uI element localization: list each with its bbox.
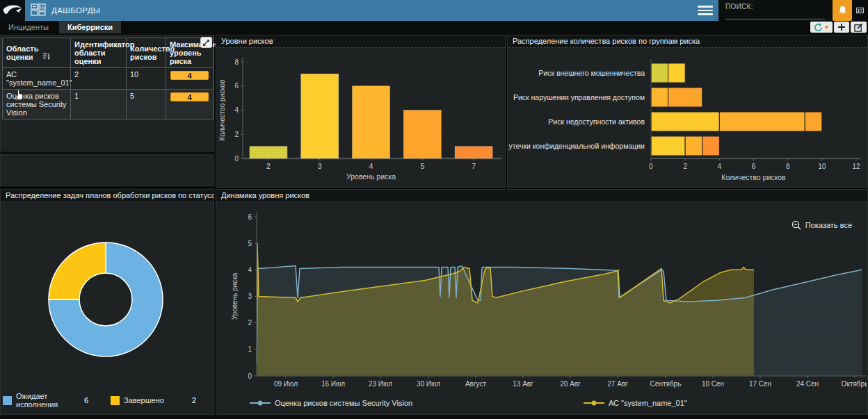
- table-row[interactable]: Оценка рисков системы Security Vision 1 …: [3, 90, 214, 120]
- stack-segment[interactable]: [719, 112, 805, 131]
- svg-text:30 Июл: 30 Июл: [417, 380, 440, 388]
- refresh-button[interactable]: [810, 22, 833, 33]
- task-status-svg: [1, 202, 214, 390]
- series-area: [257, 243, 754, 376]
- edit-dashboard-button[interactable]: [851, 22, 867, 33]
- panel-title: Распределение количества рисков по групп…: [508, 35, 867, 48]
- legend-item-system-name-01[interactable]: АС "system_name_01": [584, 399, 687, 407]
- page-title: ДАШБОРДЫ: [51, 6, 100, 15]
- add-widget-button[interactable]: [834, 22, 849, 33]
- show-all-button[interactable]: Показать все: [791, 220, 852, 230]
- stack-segment[interactable]: [651, 136, 685, 156]
- svg-text:3: 3: [318, 162, 322, 170]
- menu-button[interactable]: [698, 4, 713, 17]
- svg-text:5: 5: [248, 240, 252, 247]
- svg-text:Риск утечки конфиденциальной и: Риск утечки конфиденциальной информации: [508, 142, 645, 150]
- sort-icon[interactable]: [43, 53, 50, 62]
- risk-levels-chart: 02468Количество рисков23457Уровень риска: [216, 48, 505, 187]
- svg-text:8: 8: [786, 163, 790, 170]
- risk-groups-svg: 024681012Риск внешнего мошенничестваРиск…: [508, 48, 867, 187]
- legend-value: 2: [192, 396, 196, 404]
- table-row[interactable]: АС "system_name_01" 2 10 4: [3, 68, 214, 90]
- col-header-area-id[interactable]: Идентификатор области оценки: [71, 38, 127, 68]
- dashboards-icon: [31, 3, 46, 17]
- svg-text:09 Июл: 09 Июл: [274, 380, 298, 388]
- svg-text:2: 2: [248, 319, 252, 327]
- line-chart: 012345609 Июл16 Июл23 Июл30 ИюлАвгуст13 …: [216, 202, 867, 398]
- risk-groups-panel: Распределение количества рисков по групп…: [507, 35, 868, 188]
- max-level-badge: 4: [170, 92, 209, 101]
- col-header-area[interactable]: Область оценки: [3, 38, 71, 68]
- risk-groups-chart: 024681012Риск внешнего мошенничестваРиск…: [508, 48, 867, 187]
- table-header-row: Область оценки Идентификатор области оце…: [3, 38, 214, 68]
- svg-text:6: 6: [234, 82, 239, 90]
- legend-marker: [584, 400, 604, 406]
- bar-level-7[interactable]: [455, 147, 492, 158]
- stack-segment[interactable]: [805, 112, 822, 131]
- svg-text:Количество рисков: Количество рисков: [218, 80, 226, 141]
- svg-text:1: 1: [248, 345, 252, 353]
- svg-text:12: 12: [852, 163, 860, 170]
- profile-card-button[interactable]: [852, 0, 868, 21]
- legend-item-security-vision[interactable]: Оценка рисков системы Security Vision: [250, 399, 412, 407]
- legend-marker: [250, 400, 271, 406]
- security-vision-logo[interactable]: [0, 0, 25, 21]
- donut-chart: [1, 202, 214, 391]
- id-card-icon: [856, 6, 864, 15]
- svg-text:10 Сен: 10 Сен: [702, 380, 724, 388]
- legend-value: 6: [84, 396, 88, 404]
- stack-segment[interactable]: [685, 136, 702, 156]
- task-status-panel: Распределение задач планов обработки рис…: [0, 189, 214, 415]
- svg-text:Количество рисков: Количество рисков: [721, 173, 786, 181]
- expand-panel-button[interactable]: [200, 37, 212, 48]
- bell-icon: [837, 5, 848, 17]
- notifications-button[interactable]: [833, 0, 852, 21]
- svg-text:4: 4: [234, 106, 239, 114]
- donut-legend-item[interactable]: Завершено2: [111, 392, 211, 409]
- svg-text:Уровень риска: Уровень риска: [231, 272, 239, 320]
- panel-title: Уровни рисков: [216, 35, 505, 48]
- zoom-out-icon: [791, 220, 801, 230]
- stack-segment[interactable]: [651, 112, 719, 131]
- svg-text:2: 2: [683, 163, 687, 170]
- empty-panel: [0, 154, 214, 186]
- stack-segment[interactable]: [668, 63, 686, 83]
- stack-segment[interactable]: [702, 136, 720, 156]
- donut-slice-1[interactable]: [49, 243, 106, 299]
- stack-segment[interactable]: [651, 88, 668, 107]
- legend-label: Ожидает исполнения: [16, 392, 80, 409]
- logo-swoosh-icon: [2, 3, 23, 18]
- tab-cyberrisks[interactable]: Киберриски: [59, 21, 121, 33]
- svg-text:5: 5: [420, 162, 424, 170]
- svg-text:6: 6: [248, 213, 252, 221]
- search-input[interactable]: [725, 11, 825, 19]
- svg-text:20 Авг: 20 Авг: [560, 380, 581, 388]
- donut-legend-item[interactable]: Ожидает исполнения6: [3, 392, 104, 409]
- bar-level-5[interactable]: [403, 110, 441, 159]
- stack-segment[interactable]: [651, 63, 668, 83]
- refresh-dropdown-caret-icon: [824, 26, 829, 29]
- svg-text:4: 4: [718, 163, 722, 170]
- risk-levels-panel: Уровни рисков 02468Количество рисков2345…: [216, 35, 506, 188]
- risk-dynamics-panel: Динамика уровня рисков 012345609 Июл16 И…: [216, 189, 868, 415]
- search-zone: ПОИСК:: [718, 0, 832, 21]
- bar-level-4[interactable]: [353, 86, 390, 158]
- expand-icon: [202, 39, 210, 47]
- bar-level-2[interactable]: [250, 147, 287, 158]
- svg-text:0: 0: [234, 155, 239, 163]
- svg-text:7: 7: [472, 162, 476, 170]
- bar-level-3[interactable]: [301, 74, 339, 158]
- legend-label: Завершено: [124, 396, 164, 404]
- svg-text:Уровень риска: Уровень риска: [346, 172, 396, 181]
- tab-incidents[interactable]: Инциденты: [0, 21, 57, 33]
- svg-text:16 Июл: 16 Июл: [321, 380, 345, 388]
- panel-title: Распределение задач планов обработки рис…: [1, 190, 214, 202]
- svg-text:Август: Август: [465, 380, 487, 388]
- legend-swatch: [111, 396, 120, 405]
- max-level-badge: 4: [170, 71, 209, 80]
- svg-text:Риск нарушения управления дост: Риск нарушения управления доступом: [513, 93, 645, 101]
- risk-dynamics-chart: 012345609 Июл16 Июл23 Июл30 ИюлАвгуст13 …: [216, 202, 867, 414]
- svg-text:23 Июл: 23 Июл: [369, 380, 392, 388]
- svg-text:Октябрь: Октябрь: [842, 380, 867, 388]
- stack-segment[interactable]: [668, 88, 702, 107]
